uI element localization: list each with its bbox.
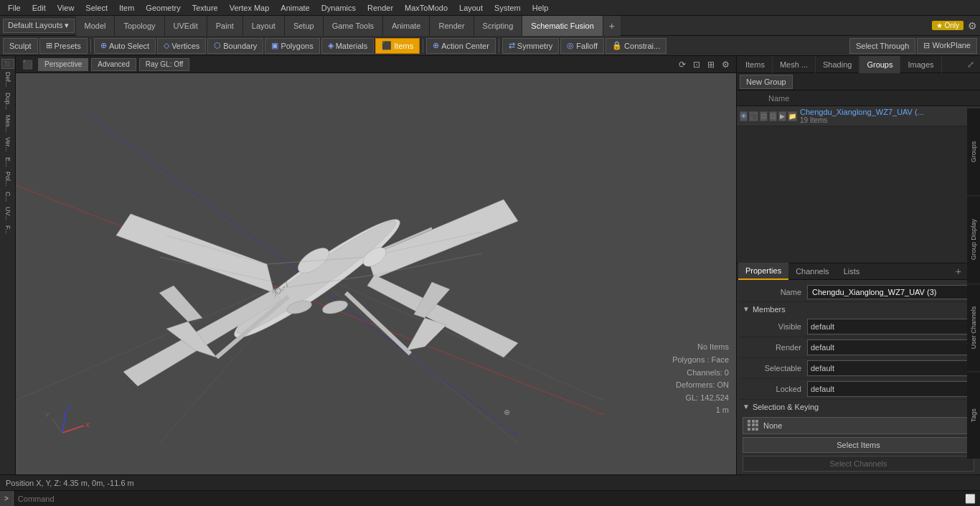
new-group-button[interactable]: New Group bbox=[740, 75, 793, 89]
boundary-button[interactable]: ⬡ Boundary bbox=[207, 38, 263, 54]
menu-animate[interactable]: Animate bbox=[275, 2, 314, 14]
group-expand-icon[interactable]: ▶ bbox=[778, 111, 786, 121]
tab-uvedit[interactable]: UVEdit bbox=[165, 16, 207, 36]
menu-file[interactable]: File bbox=[3, 2, 26, 14]
select-through-button[interactable]: Select Through bbox=[849, 38, 915, 54]
selectable-select[interactable]: default bbox=[807, 360, 974, 376]
name-input[interactable] bbox=[807, 285, 974, 299]
side-label-group-display[interactable]: Group Display bbox=[967, 195, 980, 283]
tab-topology[interactable]: Topology bbox=[115, 16, 164, 36]
sidebar-channel[interactable]: C... bbox=[4, 189, 12, 204]
add-tab-button[interactable]: + bbox=[603, 16, 621, 36]
none-button[interactable]: None bbox=[743, 417, 974, 434]
render-icon[interactable]: 🎥 bbox=[749, 111, 758, 121]
render-select[interactable]: default bbox=[807, 339, 974, 355]
locked-select[interactable]: default bbox=[807, 381, 974, 397]
folder-icon[interactable]: 📁 bbox=[788, 111, 797, 121]
tab-schematicfusion[interactable]: Schematic Fusion bbox=[522, 16, 603, 36]
menu-vertexmap[interactable]: Vertex Map bbox=[225, 2, 275, 14]
locked-select-wrap[interactable]: default bbox=[807, 381, 974, 397]
settings-button[interactable]: ⚙ bbox=[968, 20, 977, 32]
tab-animate[interactable]: Animate bbox=[383, 16, 430, 36]
side-label-groups[interactable]: Groups bbox=[967, 108, 980, 195]
polygons-button[interactable]: ▣ Polygons bbox=[265, 38, 319, 54]
extra-icon[interactable]: □ bbox=[769, 111, 777, 121]
prop-tab-channels[interactable]: Channels bbox=[788, 263, 836, 280]
vertices-button[interactable]: ◇ Vertices bbox=[157, 38, 206, 54]
only-badge[interactable]: ★ Only bbox=[932, 21, 963, 30]
sidebar-falloff[interactable]: F... bbox=[4, 223, 12, 236]
menu-render[interactable]: Render bbox=[362, 2, 398, 14]
tab-layout[interactable]: Layout bbox=[243, 16, 285, 36]
menu-dynamics[interactable]: Dynamics bbox=[316, 2, 361, 14]
side-label-user-channels[interactable]: User Channels bbox=[967, 284, 980, 371]
name-value[interactable] bbox=[807, 285, 974, 299]
tab-setup[interactable]: Setup bbox=[285, 16, 324, 36]
tab-gametools[interactable]: Game Tools bbox=[324, 16, 384, 36]
tab-model[interactable]: Model bbox=[76, 16, 116, 36]
menu-edit[interactable]: Edit bbox=[27, 2, 51, 14]
tab-items[interactable]: Items bbox=[738, 56, 773, 73]
sidebar-mesh[interactable]: Mes... bbox=[4, 113, 12, 135]
menu-help[interactable]: Help bbox=[527, 2, 554, 14]
layout-select[interactable]: Default Layouts ▾ bbox=[3, 19, 75, 33]
tab-groups[interactable]: Groups bbox=[859, 56, 900, 73]
tab-scripting[interactable]: Scripting bbox=[474, 16, 523, 36]
prop-tab-add-btn[interactable]: + bbox=[951, 266, 966, 277]
prop-tab-properties[interactable]: Properties bbox=[738, 263, 788, 280]
panel-expand-btn[interactable]: ⤢ bbox=[963, 60, 979, 70]
right-panel: Items Mesh ... Shading Groups Images ⤢ N… bbox=[736, 56, 980, 474]
workplane-button[interactable]: ⊟ WorkPlane bbox=[917, 38, 977, 54]
menu-geometry[interactable]: Geometry bbox=[141, 2, 185, 14]
action-center-button[interactable]: ⊕ Action Center bbox=[426, 38, 496, 54]
menu-maxtomodo[interactable]: MaxToModo bbox=[400, 2, 453, 14]
tab-mesh[interactable]: Mesh ... bbox=[773, 56, 816, 73]
side-label-tags[interactable]: Tags bbox=[967, 371, 980, 459]
auto-select-button[interactable]: ⊕ Auto Select bbox=[94, 38, 156, 54]
lock-icon[interactable]: □ bbox=[760, 111, 768, 121]
tab-render[interactable]: Render bbox=[430, 16, 473, 36]
sel-keying-header[interactable]: ▼ Selection & Keying bbox=[740, 400, 977, 414]
presets-button[interactable]: ⊞ Presets bbox=[39, 38, 88, 54]
sculpt-button[interactable]: Sculpt bbox=[3, 38, 38, 54]
constrain-button[interactable]: 🔒 Constrai... bbox=[606, 38, 666, 54]
tab-images[interactable]: Images bbox=[900, 56, 941, 73]
command-clear-btn[interactable]: ⬜ bbox=[961, 494, 980, 504]
select-items-button[interactable]: Select Items bbox=[743, 437, 974, 453]
sidebar-deform[interactable]: Def... bbox=[4, 70, 12, 90]
select-channels-button[interactable]: Select Channels bbox=[743, 456, 974, 472]
command-input[interactable] bbox=[14, 495, 961, 503]
viewport[interactable]: ⬛ Perspective Advanced Ray GL: Off ⟳ ⊡ ⊞… bbox=[16, 56, 736, 474]
menu-system[interactable]: System bbox=[489, 2, 526, 14]
cursor-icon: ⊕ bbox=[100, 41, 107, 50]
falloff-button[interactable]: ◎ Falloff bbox=[560, 38, 604, 54]
top-toolbar: Default Layouts ▾ Model Topology UVEdit … bbox=[0, 16, 980, 36]
sidebar-uv[interactable]: UV... bbox=[4, 205, 12, 222]
groups-toolbar: New Group bbox=[737, 73, 980, 90]
selectable-select-wrap[interactable]: default bbox=[807, 360, 974, 376]
sidebar-vertex[interactable]: Ver... bbox=[4, 135, 12, 154]
menu-texture[interactable]: Texture bbox=[187, 2, 223, 14]
sidebar-duplicate[interactable]: Dup... bbox=[4, 90, 12, 112]
symmetry-button[interactable]: ⇄ Symmetry bbox=[502, 38, 560, 54]
visibility-icon[interactable]: 👁 bbox=[740, 111, 748, 121]
sidebar-expand[interactable]: ⬛ bbox=[1, 59, 14, 69]
sidebar-polygon[interactable]: Pol... bbox=[4, 169, 12, 189]
menu-view[interactable]: View bbox=[52, 2, 80, 14]
members-section-header[interactable]: ▼ Members bbox=[740, 302, 977, 317]
command-arrow-btn[interactable]: > bbox=[0, 491, 14, 507]
groups-area: New Group Name 👁 🎥 □ □ ▶ 📁 bbox=[737, 73, 980, 263]
menu-layout[interactable]: Layout bbox=[454, 2, 488, 14]
tab-paint[interactable]: Paint bbox=[207, 16, 243, 36]
menu-select[interactable]: Select bbox=[80, 2, 113, 14]
tab-shading[interactable]: Shading bbox=[816, 56, 859, 73]
sidebar-edge[interactable]: E... bbox=[4, 155, 12, 169]
group-item[interactable]: 👁 🎥 □ □ ▶ 📁 Chengdu_Xianglong_WZ7_UAV (.… bbox=[737, 106, 980, 126]
visible-select[interactable]: default bbox=[807, 319, 974, 334]
menu-item[interactable]: Item bbox=[114, 2, 139, 14]
render-select-wrap[interactable]: default bbox=[807, 339, 974, 355]
materials-button[interactable]: ◈ Materials bbox=[321, 38, 374, 54]
visible-select-wrap[interactable]: default bbox=[807, 319, 974, 334]
items-button[interactable]: ⬛ Items bbox=[375, 38, 420, 54]
prop-tab-lists[interactable]: Lists bbox=[837, 263, 867, 280]
